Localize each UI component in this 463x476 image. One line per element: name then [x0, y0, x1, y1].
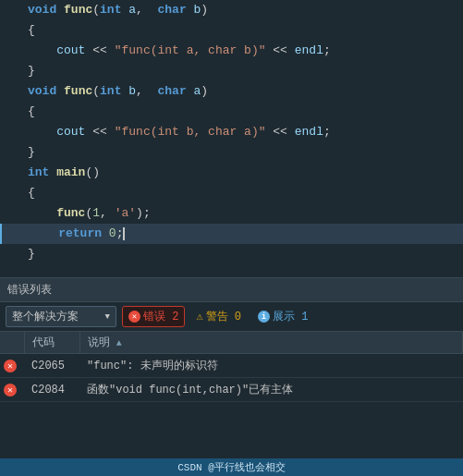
scope-dropdown[interactable]: 整个解决方案 ▼ [6, 306, 116, 327]
table-row[interactable]: ✕ C2065 "func": 未声明的标识符 [0, 354, 463, 378]
code-editor: void func(int a, char b) { cout << "func… [0, 0, 463, 296]
code-line: void func(int b, char a) [0, 81, 463, 102]
error-icon-red: ✕ [4, 384, 17, 397]
code-line: cout << "func(int a, char b)" << endl; [0, 41, 463, 61]
error-row-icon: ✕ [0, 378, 24, 402]
error-icon-red: ✕ [4, 360, 17, 372]
code-line: { [0, 102, 463, 122]
error-code: C2084 [24, 378, 79, 402]
info-icon: i [258, 311, 270, 323]
table-header-description: 说明 ▲ [79, 332, 463, 354]
error-toolbar: 整个解决方案 ▼ ✕ 错误 2 ⚠ 警告 0 i 展示 1 [0, 302, 463, 332]
bottom-bar: CSDN @平行线也会相交 [0, 458, 463, 476]
error-badge[interactable]: ✕ 错误 2 [122, 306, 185, 327]
code-line: int main() [0, 163, 463, 183]
table-header-code: 代码 [24, 332, 79, 354]
error-row-icon: ✕ [0, 354, 24, 378]
error-panel: 错误列表 整个解决方案 ▼ ✕ 错误 2 ⚠ 警告 0 i 展示 1 [0, 277, 463, 459]
code-line-highlighted: return 0; [0, 224, 463, 244]
code-line: void func(int a, char b) [0, 0, 463, 20]
chevron-down-icon: ▼ [105, 312, 110, 322]
code-line: { [0, 20, 463, 41]
code-line: } [0, 244, 463, 264]
warning-triangle-icon: ⚠ [196, 310, 202, 323]
code-line: } [0, 61, 463, 81]
error-panel-title: 错误列表 [0, 278, 463, 302]
table-row[interactable]: ✕ C2084 函数"void func(int,char)"已有主体 [0, 378, 463, 402]
table-header-icon [0, 332, 24, 354]
error-table: 代码 说明 ▲ ✕ C2065 [0, 332, 463, 402]
code-line: func(1, 'a'); [0, 203, 463, 224]
sort-icon: ▲ [116, 338, 122, 348]
info-badge[interactable]: i 展示 1 [252, 307, 313, 326]
error-description: "func": 未声明的标识符 [79, 354, 463, 378]
error-code: C2065 [24, 354, 79, 378]
warning-badge[interactable]: ⚠ 警告 0 [190, 307, 247, 326]
code-line: } [0, 142, 463, 163]
table-header-row: 代码 说明 ▲ [0, 332, 463, 354]
error-description: 函数"void func(int,char)"已有主体 [79, 378, 463, 402]
code-line: cout << "func(int b, char a)" << endl; [0, 122, 463, 142]
error-x-icon: ✕ [128, 311, 140, 323]
code-line: { [0, 183, 463, 203]
